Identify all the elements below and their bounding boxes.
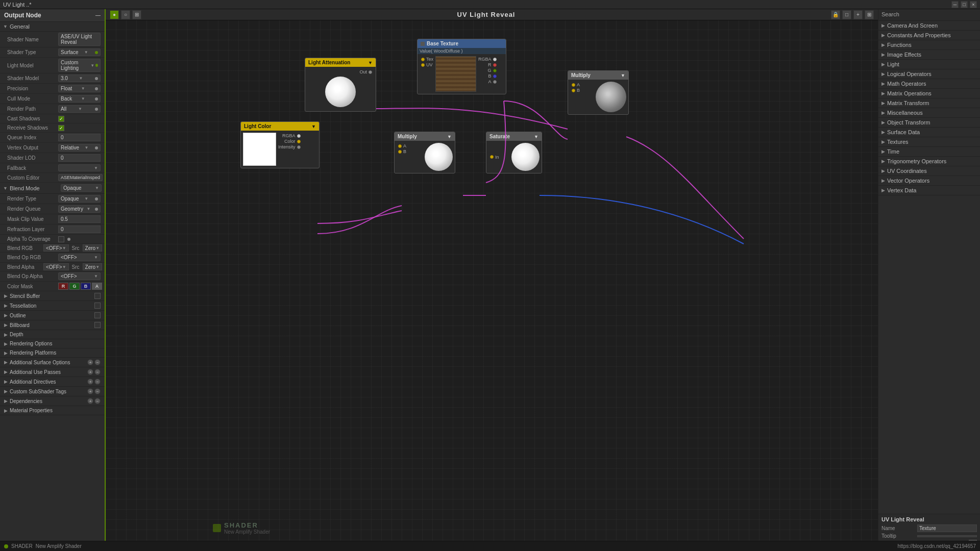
dependencies-header[interactable]: ▶ Dependencies + −: [0, 396, 105, 406]
shader-type-value[interactable]: Surface ▼: [58, 48, 101, 56]
custom-subshader-remove-btn[interactable]: −: [94, 388, 101, 394]
blend-rgb-value[interactable]: <OFF> ▼: [43, 244, 69, 252]
base-texture-r-dot[interactable]: [493, 63, 497, 67]
category-vector-operators[interactable]: ▶ Vector Operators: [878, 176, 980, 186]
dependencies-remove-btn[interactable]: −: [94, 398, 101, 404]
blend-rgb-src-value[interactable]: Zero ▼: [83, 244, 102, 252]
stencil-buffer-header[interactable]: ▶ Stencil Buffer: [0, 291, 105, 300]
maximize-button[interactable]: □: [961, 1, 968, 8]
base-texture-g-dot[interactable]: [493, 69, 497, 72]
light-attenuation-dropdown-icon[interactable]: ▼: [368, 60, 373, 65]
blend-alpha-value[interactable]: <OFF> ▼: [43, 263, 69, 270]
toolbar-circle-outline-icon[interactable]: ○: [121, 10, 130, 19]
category-vertex-data[interactable]: ▶ Vertex Data: [878, 186, 980, 195]
node-detail-tooltip-value[interactable]: [917, 535, 977, 537]
canvas-area[interactable]: ● ○ ⊞ UV Light Reveal 🔒 □ + ⊞: [106, 9, 878, 551]
saturate-node[interactable]: Saturate ▼ In: [486, 132, 542, 173]
toolbar-plus-icon[interactable]: +: [853, 10, 863, 19]
category-matrix-transform[interactable]: ▶ Matrix Transform: [878, 98, 980, 108]
blend-mode-value[interactable]: Opaque ▼: [61, 184, 102, 192]
stencil-buffer-checkbox[interactable]: [94, 293, 101, 299]
color-mask-r[interactable]: R: [58, 283, 68, 290]
category-constants-and-properties[interactable]: ▶ Constants And Properties: [878, 31, 980, 40]
additional-surface-remove-btn[interactable]: −: [94, 359, 101, 365]
additional-directives-header[interactable]: ▶ Additional Directives + −: [0, 377, 105, 386]
base-texture-b-dot[interactable]: [493, 74, 497, 78]
shader-name-value[interactable]: ASE/UV Light Reveal: [58, 33, 101, 46]
light-color-node[interactable]: Light Color ▼ RGBA Color: [240, 121, 320, 168]
category-functions[interactable]: ▶ Functions: [878, 40, 980, 50]
additional-directives-add-btn[interactable]: +: [87, 379, 93, 385]
custom-editor-value[interactable]: ASEMaterialInsped: [58, 174, 103, 181]
custom-subshader-header[interactable]: ▶ Custom SubShader Tags + −: [0, 387, 105, 396]
toolbar-circle-filled-icon[interactable]: ●: [110, 10, 119, 19]
saturate-in-dot[interactable]: [490, 155, 494, 159]
node-detail-name-value[interactable]: Texture: [917, 524, 977, 532]
tessellation-checkbox[interactable]: [94, 303, 101, 309]
category-trig-operators[interactable]: ▶ Trigonometry Operators: [878, 157, 980, 166]
rendering-platforms-header[interactable]: ▶ Rendering Platforms: [0, 348, 105, 357]
toolbar-grid4-icon[interactable]: ⊞: [865, 10, 874, 19]
light-color-color-dot[interactable]: [297, 140, 301, 143]
render-type-value[interactable]: Opaque ▼: [58, 195, 101, 203]
fallback-value[interactable]: ▼: [58, 164, 101, 171]
color-mask-b[interactable]: B: [81, 283, 91, 290]
saturate-dropdown-icon[interactable]: ▼: [534, 134, 538, 139]
cull-mode-value[interactable]: Back ▼: [58, 95, 101, 103]
dependencies-add-btn[interactable]: +: [87, 398, 93, 404]
blend-mode-section-header[interactable]: ▼ Blend Mode Opaque ▼: [0, 183, 105, 194]
blend-op-rgb-value[interactable]: <OFF> ▼: [58, 254, 101, 261]
light-color-intensity-dot[interactable]: [297, 145, 301, 149]
output-node-collapse-button[interactable]: ─: [95, 11, 101, 19]
rendering-options-header[interactable]: ▶ Rendering Options: [0, 339, 105, 348]
light-attenuation-out-dot[interactable]: [369, 70, 372, 74]
base-texture-node[interactable]: Base Texture Value( WoodDiffuse ) Tex UV: [417, 39, 506, 94]
vertex-output-value[interactable]: Relative ▼: [58, 144, 101, 152]
multiply2-node[interactable]: Multiply ▼ A B: [568, 70, 629, 115]
render-path-value[interactable]: All ▼: [58, 105, 101, 113]
mask-clip-value[interactable]: 0.5: [58, 215, 101, 223]
general-section-header[interactable]: ▼ General: [0, 22, 105, 32]
additional-use-passes-add-btn[interactable]: +: [87, 369, 93, 375]
multiply2-a-dot[interactable]: [572, 83, 575, 87]
light-color-rgba-dot[interactable]: [297, 134, 301, 138]
outline-checkbox[interactable]: [94, 312, 101, 318]
base-texture-a-dot[interactable]: [493, 80, 497, 84]
additional-surface-add-btn[interactable]: +: [87, 359, 93, 365]
tessellation-header[interactable]: ▶ Tessellation: [0, 301, 105, 310]
refraction-layer-value[interactable]: 0: [58, 226, 101, 233]
light-color-dropdown-icon[interactable]: ▼: [311, 124, 316, 129]
cast-shadows-checkbox[interactable]: ✓: [58, 116, 64, 122]
receive-shadows-checkbox[interactable]: ✓: [58, 125, 64, 131]
outline-header[interactable]: ▶ Outline: [0, 311, 105, 320]
color-mask-g[interactable]: G: [69, 283, 80, 290]
multiply2-b-dot[interactable]: [572, 89, 575, 92]
toolbar-lock-icon[interactable]: 🔒: [831, 10, 840, 19]
material-properties-header[interactable]: ▶ Material Properties: [0, 406, 105, 415]
category-math-operators[interactable]: ▶ Math Operators: [878, 79, 980, 89]
alpha-coverage-checkbox[interactable]: [58, 236, 64, 242]
category-textures[interactable]: ▶ Textures: [878, 137, 980, 147]
multiply1-a-dot[interactable]: [398, 144, 402, 148]
blend-alpha-src-value[interactable]: Zero ▼: [83, 263, 102, 270]
minimize-button[interactable]: ─: [951, 1, 959, 8]
shader-lod-value[interactable]: 0: [58, 154, 101, 162]
base-texture-uv-dot[interactable]: [421, 63, 425, 67]
billboard-header[interactable]: ▶ Billboard: [0, 320, 105, 330]
toolbar-square-icon[interactable]: □: [842, 10, 851, 19]
additional-use-passes-remove-btn[interactable]: −: [94, 369, 101, 375]
category-surface-data[interactable]: ▶ Surface Data: [878, 128, 980, 137]
additional-surface-header[interactable]: ▶ Additional Surface Options + −: [0, 358, 105, 367]
base-texture-rgba-dot[interactable]: [493, 58, 497, 61]
additional-directives-remove-btn[interactable]: −: [94, 379, 101, 385]
category-light[interactable]: ▶ Light: [878, 60, 980, 69]
category-uv-coordinates[interactable]: ▶ UV Coordinates: [878, 166, 980, 176]
category-object-transform[interactable]: ▶ Object Transform: [878, 118, 980, 128]
additional-use-passes-header[interactable]: ▶ Additional Use Passes + −: [0, 367, 105, 377]
multiply1-b-dot[interactable]: [398, 150, 402, 154]
blend-op-alpha-value[interactable]: <OFF> ▼: [58, 272, 101, 280]
multiply1-dropdown-icon[interactable]: ▼: [447, 134, 452, 139]
queue-index-value[interactable]: 0: [58, 134, 101, 141]
category-time[interactable]: ▶ Time: [878, 147, 980, 157]
precision-value[interactable]: Float ▼: [58, 85, 101, 92]
